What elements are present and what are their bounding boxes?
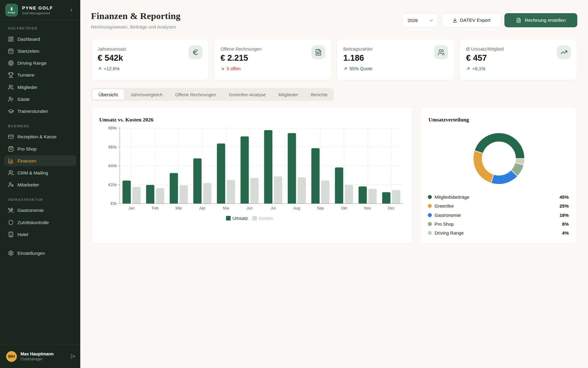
svg-text:Okt: Okt [341,206,347,210]
svg-text:€20k: €20k [108,183,117,187]
svg-text:€40k: €40k [108,164,117,168]
svg-text:Sep: Sep [317,206,324,210]
svg-text:Jun: Jun [247,206,253,210]
svg-text:€80k: €80k [108,126,117,130]
svg-text:Nov: Nov [364,206,371,210]
svg-text:Jan: Jan [128,206,134,210]
svg-text:Aug: Aug [293,206,300,210]
svg-text:Apr: Apr [199,206,205,210]
svg-text:Dez: Dez [388,206,394,210]
svg-text:Feb: Feb [152,206,159,210]
svg-text:Mär: Mär [175,206,182,210]
svg-text:Jul: Jul [271,206,276,210]
svg-text:Mai: Mai [223,206,229,210]
svg-text:€60k: €60k [108,145,117,149]
svg-text:Kosten: Kosten [259,216,273,221]
svg-text:€0k: €0k [111,201,117,206]
svg-text:Umsatz: Umsatz [232,216,248,221]
